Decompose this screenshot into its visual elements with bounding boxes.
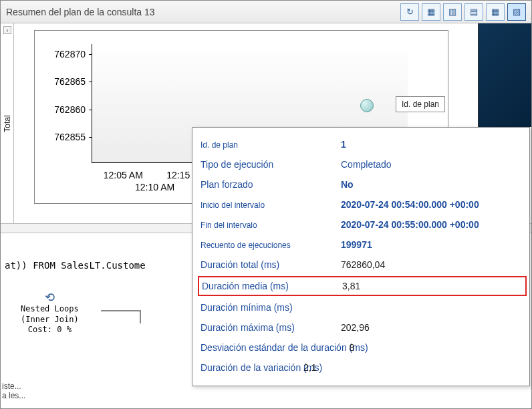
tooltip-row: Plan forzadoNo [201,174,524,194]
y-axis-title: Total [3,115,12,132]
chart-sidebar: › Total [1,23,14,223]
grid-icon: ▦ [491,7,499,17]
tooltip-row: Duración de la variación (ms)2,1 [201,358,524,378]
tooltip-row: Recuento de ejecuciones199971 [201,235,524,255]
y-tick: 762860 [35,104,88,115]
view-icon-1: ▦ [427,7,435,17]
plan-details-tooltip: Id. de plan1Tipo de ejecuciónCompletadoP… [192,127,530,386]
tooltip-label: Duración máxima (ms) [201,322,341,333]
refresh-button[interactable]: ↻ [400,3,419,21]
tooltip-row: Id. de plan1 [201,134,524,154]
background-panel [478,23,531,127]
tooltip-value: Completado [341,159,392,170]
tooltip-label: Tipo de ejecución [201,159,341,170]
query-text-fragment: at)) FROM SalesLT.Custome [5,260,146,271]
tooltip-value: 2,1 [303,362,316,373]
chart-legend[interactable]: Id. de plan [396,96,445,112]
tooltip-row: Duración media (ms)3,81 [198,276,527,296]
chart-button[interactable]: ▨ [507,3,526,21]
tooltip-row: Tipo de ejecuciónCompletado [201,154,524,174]
view-button-3[interactable]: ▤ [464,3,483,21]
grid-button[interactable]: ▦ [486,3,505,21]
tooltip-row: Inicio del intervalo2020-07-24 00:54:00.… [201,194,524,215]
tooltip-label: Duración media (ms) [202,281,342,291]
tooltip-row: Fin del intervalo2020-07-24 00:55:00.000… [201,215,524,235]
legend-label: Id. de plan [402,100,439,109]
plan-node-name: Nested Loops [21,304,79,315]
tooltip-label: Desviación estándar de la duración (ms) [201,342,368,353]
plan-node-nested-loops[interactable]: ⟲ Nested Loops (Inner Join) Cost: 0 % [21,290,79,335]
tooltip-value: 2020-07-24 00:55:00.000 +00:00 [341,219,479,230]
tooltip-row: Duración mínima (ms) [201,297,524,317]
view-button-1[interactable]: ▦ [422,3,440,21]
tooltip-label: Recuento de ejecuciones [201,241,341,250]
tooltip-row: Duración máxima (ms)202,96 [201,317,524,337]
plan-node-cost: Cost: 0 % [21,325,79,335]
view-icon-2: ▥ [448,7,456,17]
plan-node-join: (Inner Join) [21,315,79,325]
tooltip-value: 1 [341,139,346,150]
tooltip-label: Id. de plan [201,140,341,150]
toolbar: ↻ ▦ ▥ ▤ ▦ ▨ [400,3,526,21]
tooltip-label: Plan forzado [201,179,341,190]
tooltip-value: 8 [350,342,355,353]
x-tick: 12:10 AM [135,182,174,192]
window-title: Resumen del plan de la consulta 13 [6,7,155,17]
nested-loops-icon: ⟲ [21,290,79,304]
tooltip-value: 3,81 [342,281,360,291]
y-tick: 762865 [35,76,88,87]
y-axis: 762870 762865 762860 762855 [35,44,88,170]
tooltip-value: No [341,179,354,190]
titlebar: Resumen del plan de la consulta 13 ↻ ▦ ▥… [1,1,531,23]
tooltip-value: 2020-07-24 00:54:00.000 +00:00 [341,199,479,210]
tooltip-label: Duración mínima (ms) [201,302,341,313]
chart-icon: ▨ [513,7,521,17]
tooltip-row: Desviación estándar de la duración (ms)8 [201,337,524,358]
tooltip-row: Duración total (ms)762860,04 [201,255,524,275]
tooltip-label: Duración total (ms) [201,259,341,270]
tooltip-value: 202,96 [341,322,370,333]
y-tick: 762855 [35,132,88,142]
view-button-2[interactable]: ▥ [443,3,462,21]
tooltip-label: Fin del intervalo [201,221,341,230]
truncated-text: iste... a les... [2,382,25,400]
y-tick: 762870 [35,49,88,59]
refresh-icon: ↻ [406,7,414,17]
tooltip-value: 762860,04 [341,259,385,270]
collapse-chevron-icon[interactable]: › [3,26,11,34]
view-icon-3: ▤ [470,7,478,17]
plan-connector [101,310,141,323]
tooltip-value: 199971 [341,239,372,250]
x-tick: 12:05 AM [104,170,143,180]
data-point[interactable] [360,99,374,112]
tooltip-label: Inicio del intervalo [201,200,341,210]
query-plan-summary-window: Resumen del plan de la consulta 13 ↻ ▦ ▥… [0,0,532,409]
